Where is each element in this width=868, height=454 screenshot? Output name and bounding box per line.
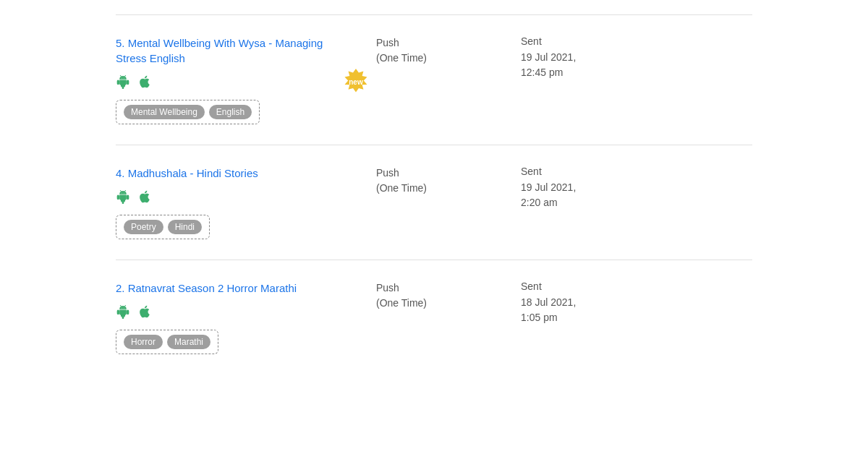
campaign-title[interactable]: 5. Mental Wellbeing With Wysa - Managing… xyxy=(116,35,347,66)
campaign-type: Push(One Time) xyxy=(376,280,492,311)
apple-icon xyxy=(137,189,152,207)
campaign-title[interactable]: 2. Ratnavrat Season 2 Horror Marathi xyxy=(116,280,347,296)
tags-container: Mental WellbeingEnglish xyxy=(116,100,260,124)
android-icon xyxy=(116,304,130,322)
campaign-info: 5. Mental Wellbeing With Wysa - Managing… xyxy=(116,35,347,124)
status-date: 19 Jul 2021,12:45 pm xyxy=(521,50,752,80)
android-icon xyxy=(116,189,130,207)
campaign-row: 5. Mental Wellbeing With Wysa - Managing… xyxy=(116,14,752,145)
apple-icon xyxy=(137,304,152,322)
tag: Hindi xyxy=(168,220,202,234)
campaign-status: Sent19 Jul 2021,2:20 am xyxy=(521,166,752,210)
campaign-row: 2. Ratnavrat Season 2 Horror MarathiHorr… xyxy=(116,260,752,374)
status-sent-label: Sent xyxy=(521,280,752,292)
campaign-type: Push(One Time) xyxy=(376,166,492,196)
tag: Mental Wellbeing xyxy=(124,105,205,119)
status-sent-label: Sent xyxy=(521,35,752,47)
campaign-status: Sent18 Jul 2021,1:05 pm xyxy=(521,280,752,325)
new-badge: new xyxy=(343,69,369,95)
status-sent-label: Sent xyxy=(521,166,752,177)
campaign-status: Sent19 Jul 2021,12:45 pm xyxy=(521,35,752,80)
tag: Horror xyxy=(124,335,163,349)
campaigns-list: 5. Mental Wellbeing With Wysa - Managing… xyxy=(116,14,752,374)
tag: Poetry xyxy=(124,220,163,234)
campaign-type-label: Push(One Time) xyxy=(376,166,492,196)
campaign-row: 4. Madhushala - Hindi StoriesPoetryHindi… xyxy=(116,145,752,260)
tag: English xyxy=(209,105,252,119)
status-date: 18 Jul 2021,1:05 pm xyxy=(521,295,752,325)
campaign-info: 4. Madhushala - Hindi StoriesPoetryHindi xyxy=(116,166,347,239)
campaign-type-label: Push(One Time) xyxy=(376,280,492,311)
platform-icons: new xyxy=(116,74,347,93)
campaign-info: 2. Ratnavrat Season 2 Horror MarathiHorr… xyxy=(116,280,347,354)
page-container: 5. Mental Wellbeing With Wysa - Managing… xyxy=(87,0,781,389)
platform-icons xyxy=(116,304,347,322)
apple-icon xyxy=(137,74,152,93)
tags-container: PoetryHindi xyxy=(116,215,210,239)
campaign-title[interactable]: 4. Madhushala - Hindi Stories xyxy=(116,166,347,181)
status-date: 19 Jul 2021,2:20 am xyxy=(521,180,752,210)
platform-icons xyxy=(116,189,347,207)
tag: Marathi xyxy=(167,335,210,349)
campaign-type: Push(One Time) xyxy=(376,35,492,66)
campaign-type-label: Push(One Time) xyxy=(376,35,492,66)
tags-container: HorrorMarathi xyxy=(116,330,218,354)
android-icon xyxy=(116,74,130,93)
